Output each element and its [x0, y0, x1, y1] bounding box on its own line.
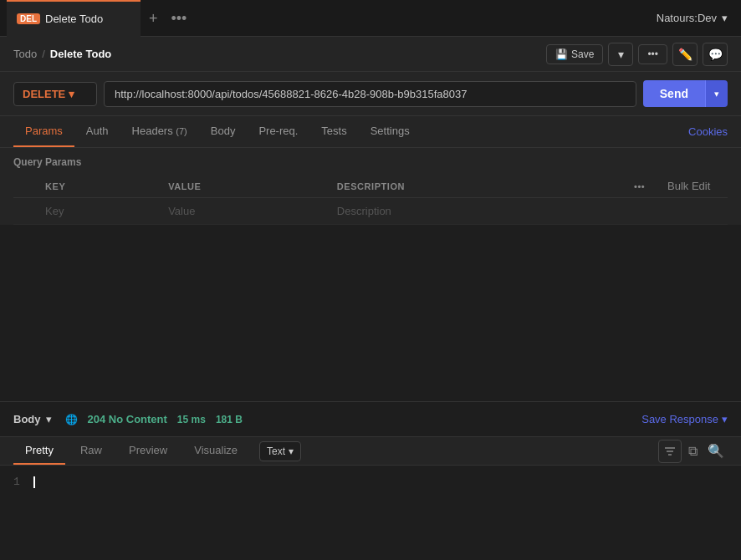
- col-description-header: DESCRIPTION: [330, 175, 627, 198]
- row-actions: [627, 198, 661, 225]
- breadcrumb-current: Delete Todo: [50, 48, 111, 60]
- tab-prereq[interactable]: Pre-req.: [247, 116, 309, 147]
- params-section: Query Params KEY VALUE DESCRIPTION ••• B…: [0, 148, 741, 225]
- tab-auth[interactable]: Auth: [74, 116, 120, 147]
- url-input[interactable]: [104, 81, 636, 107]
- resp-tab-visualize[interactable]: Visualize: [182, 437, 249, 465]
- response-time: 15 ms: [177, 414, 206, 425]
- cookies-link[interactable]: Cookies: [688, 117, 728, 146]
- env-selector[interactable]: Natours:Dev ▾: [650, 8, 734, 28]
- method-label: DELETE: [23, 88, 65, 100]
- save-button[interactable]: 💾 Save: [546, 44, 603, 64]
- new-tab-button[interactable]: +: [144, 8, 163, 29]
- line-numbers: 1: [13, 476, 20, 550]
- tab-params[interactable]: Params: [13, 116, 74, 147]
- globe-icon: 🌐: [65, 414, 78, 425]
- value-cell[interactable]: Value: [161, 198, 330, 225]
- copy-button[interactable]: ⧉: [685, 440, 701, 462]
- edit-button[interactable]: ✏️: [672, 43, 698, 66]
- resp-tab-raw[interactable]: Raw: [69, 437, 114, 465]
- send-button[interactable]: Send: [643, 80, 705, 107]
- response-tabs-nav: Pretty Raw Preview Visualize Text ▾ ⧉ 🔍: [0, 437, 741, 466]
- breadcrumb-parent[interactable]: Todo: [13, 48, 37, 60]
- send-dropdown-button[interactable]: ▾: [705, 80, 728, 107]
- body-chevron[interactable]: ▾: [46, 413, 52, 425]
- cursor: [33, 476, 35, 488]
- filter-button[interactable]: [658, 440, 682, 463]
- table-row: Key Value Description: [13, 198, 728, 225]
- code-area: 1: [0, 466, 741, 560]
- response-area: Body ▾ 🌐 204 No Content 15 ms 181 B Save…: [0, 401, 741, 560]
- comment-button[interactable]: 💬: [703, 43, 728, 66]
- params-table: KEY VALUE DESCRIPTION ••• Bulk Edit Key …: [13, 175, 728, 225]
- breadcrumb: Todo / Delete Todo: [13, 48, 111, 60]
- save-response-button[interactable]: Save Response ▾: [641, 413, 728, 425]
- type-chevron: ▾: [289, 445, 294, 457]
- more-options-button[interactable]: •••: [638, 44, 667, 64]
- query-params-label: Query Params: [13, 156, 728, 168]
- code-content[interactable]: [33, 476, 728, 550]
- body-label: Body: [13, 413, 41, 425]
- resp-tab-pretty[interactable]: Pretty: [13, 437, 65, 465]
- bulk-edit-button[interactable]: Bulk Edit: [667, 180, 710, 192]
- active-tab[interactable]: DEL Delete Todo: [7, 0, 141, 37]
- request-tabs-nav: Params Auth Headers (7) Body Pre-req. Te…: [0, 116, 741, 148]
- save-response-chevron: ▾: [722, 413, 728, 425]
- line-number-1: 1: [13, 476, 20, 488]
- key-cell[interactable]: Key: [38, 198, 161, 225]
- response-header: Body ▾ 🌐 204 No Content 15 ms 181 B Save…: [0, 402, 741, 437]
- type-label: Text: [267, 445, 285, 457]
- row-check: [13, 198, 38, 225]
- response-size: 181 B: [216, 414, 243, 425]
- env-chevron: ▾: [722, 12, 728, 24]
- more-tabs-button[interactable]: •••: [166, 8, 192, 29]
- tab-bar: DEL Delete Todo + ••• Natours:Dev ▾: [0, 0, 741, 37]
- tab-settings[interactable]: Settings: [359, 116, 422, 147]
- status-badge: 204 No Content: [88, 413, 167, 425]
- save-icon: 💾: [555, 48, 568, 60]
- col-key-header: KEY: [38, 175, 161, 198]
- row-bulk: [661, 198, 728, 225]
- send-button-group: Send ▾: [643, 80, 728, 107]
- description-cell[interactable]: Description: [330, 198, 627, 225]
- del-badge: DEL: [17, 13, 40, 24]
- tab-headers[interactable]: Headers (7): [120, 116, 199, 147]
- col-check-header: [13, 175, 38, 198]
- method-select[interactable]: DELETE ▾: [13, 82, 97, 106]
- response-meta: 🌐 204 No Content 15 ms 181 B: [65, 413, 243, 425]
- request-bar: DELETE ▾ Send ▾: [0, 72, 741, 116]
- breadcrumb-bar: Todo / Delete Todo 💾 Save ▾ ••• ✏️ 💬: [0, 37, 741, 72]
- method-chevron: ▾: [69, 88, 74, 100]
- response-title: Body ▾: [13, 413, 52, 425]
- search-button[interactable]: 🔍: [704, 440, 728, 462]
- breadcrumb-actions: 💾 Save ▾ ••• ✏️ 💬: [546, 43, 728, 66]
- env-name: Natours:Dev: [657, 12, 717, 24]
- tab-body[interactable]: Body: [199, 116, 248, 147]
- col-bulk-header: Bulk Edit: [661, 175, 728, 198]
- breadcrumb-separator: /: [42, 48, 45, 60]
- tab-tests[interactable]: Tests: [309, 116, 358, 147]
- resp-tab-preview[interactable]: Preview: [117, 437, 179, 465]
- col-actions-header: •••: [627, 175, 661, 198]
- response-type-select[interactable]: Text ▾: [259, 441, 301, 461]
- col-value-header: VALUE: [161, 175, 330, 198]
- tab-title: Delete Todo: [45, 13, 103, 25]
- chevron-down-button[interactable]: ▾: [608, 43, 633, 66]
